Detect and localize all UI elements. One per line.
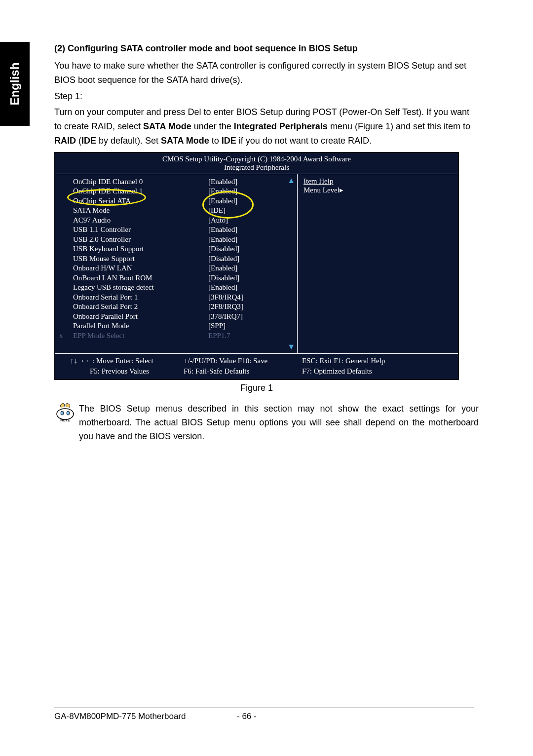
- bios-setting-value: [378/IRQ7]: [208, 312, 297, 322]
- bios-setting-value: [Enabled]: [208, 225, 297, 235]
- bios-setting-label: USB 1.1 Controller: [60, 225, 208, 235]
- bios-setting-value: [Disabled]: [208, 254, 297, 264]
- footer-exit: ESC: Exit F1: General Help: [302, 356, 435, 366]
- text: menu (Figure 1) and set this item to: [328, 121, 470, 131]
- row-disabled-marker: x: [59, 331, 63, 341]
- note-text: The BIOS Setup menus described in this s…: [79, 402, 479, 444]
- bold-text: RAID: [54, 136, 76, 146]
- text: if you do not want to create RAID.: [236, 136, 372, 146]
- paragraph-2: Turn on your computer and press Del to e…: [54, 105, 474, 148]
- scroll-up-icon: ▲: [287, 176, 295, 185]
- bios-setting-value: [SPP]: [208, 321, 297, 331]
- bios-setting-row: USB Mouse Support[Disabled]: [60, 254, 297, 264]
- footer-value: +/-/PU/PD: Value F10: Save: [184, 356, 302, 366]
- page-footer: GA-8VM800PMD-775 Motherboard - 66 -: [54, 712, 474, 721]
- footer-f7: F7: Optimized Defaults: [302, 366, 435, 376]
- bios-setting-row: USB Keyboard Support[Disabled]: [60, 244, 297, 254]
- section-heading: (2) Configuring SATA controller mode and…: [54, 43, 474, 54]
- bios-setting-row: SATA Mode[IDE]: [60, 206, 297, 216]
- bios-setting-value: EPP1.7: [208, 331, 297, 341]
- bios-subtitle: Integrated Peripherals: [55, 163, 458, 174]
- bios-setting-label: AC97 Audio: [60, 216, 208, 226]
- bios-setting-label: USB Keyboard Support: [60, 244, 208, 254]
- scroll-down-icon: ▼: [287, 342, 295, 351]
- bold-text: SATA Mode: [161, 136, 209, 146]
- svg-point-2: [67, 411, 70, 415]
- bios-title: CMOS Setup Utility-Copyright (C) 1984-20…: [55, 153, 458, 163]
- bios-setting-row: OnChip IDE Channel 0[Enabled]: [60, 177, 297, 187]
- bold-text: IDE: [81, 136, 96, 146]
- text: (: [76, 136, 81, 146]
- bold-text: Integrated Peripherals: [234, 121, 328, 131]
- text: to: [209, 136, 222, 146]
- item-help-title: Item Help: [304, 177, 449, 186]
- footer-product: GA-8VM800PMD-775 Motherboard: [54, 712, 186, 721]
- bios-setting-value: [Enabled]: [208, 196, 297, 206]
- menu-level: Menu Level▸: [304, 186, 449, 194]
- bios-setting-label: EPP Mode Select: [60, 331, 208, 341]
- bios-setting-value: [Enabled]: [208, 283, 297, 293]
- footer-divider: [54, 708, 474, 708]
- bios-setting-label: Onboard Parallel Port: [60, 312, 208, 322]
- bios-help-column: Item Help Menu Level▸: [297, 174, 455, 354]
- bios-setting-label: OnChip IDE Channel 0: [60, 177, 208, 187]
- bios-setting-row: Onboard Serial Port 2[2F8/IRQ3]: [60, 302, 297, 312]
- bios-setting-value: [Disabled]: [208, 273, 297, 283]
- bios-setting-label: Onboard H/W LAN: [60, 264, 208, 273]
- bios-setting-row: Onboard Serial Port 1[3F8/IRQ4]: [60, 293, 297, 302]
- bios-setting-label: Parallel Port Mode: [60, 321, 208, 331]
- bios-setting-label: USB 2.0 Controller: [60, 235, 208, 245]
- bios-setting-row: USB 2.0 Controller[Enabled]: [60, 235, 297, 245]
- bios-setting-label: Onboard Serial Port 2: [60, 302, 208, 312]
- bios-setting-label: SATA Mode: [60, 206, 208, 216]
- bios-setting-label: OnBoard LAN Boot ROM: [60, 273, 208, 283]
- bios-setting-label: USB Mouse Support: [60, 254, 208, 264]
- bold-text: IDE: [222, 136, 236, 146]
- bios-setting-value: [Enabled]: [208, 177, 297, 187]
- page-content: (2) Configuring SATA controller mode and…: [54, 43, 474, 443]
- bios-footer: ↑↓→←: Move Enter: Select F5: Previous Va…: [55, 354, 458, 379]
- bios-setting-value: [2F8/IRQ3]: [208, 302, 297, 312]
- bios-setting-label: OnChip Serial ATA: [60, 196, 208, 206]
- bios-setting-row: Legacy USB storage detect[Enabled]: [60, 283, 297, 293]
- bios-setting-label: Legacy USB storage detect: [60, 283, 208, 293]
- bold-text: SATA Mode: [143, 121, 191, 131]
- bios-setting-row: Onboard H/W LAN[Enabled]: [60, 264, 297, 273]
- figure-caption: Figure 1: [54, 383, 459, 393]
- bios-setting-row: xEPP Mode SelectEPP1.7: [60, 331, 297, 341]
- bios-setting-value: [IDE]: [208, 206, 297, 216]
- bios-setting-row: OnChip IDE Channel 1[Enabled]: [60, 187, 297, 196]
- svg-point-0: [57, 409, 74, 419]
- step-label: Step 1:: [54, 89, 474, 104]
- bios-screenshot: CMOS Setup Utility-Copyright (C) 1984-20…: [54, 152, 459, 380]
- bios-setting-row: OnChip Serial ATA[Enabled]: [60, 196, 297, 206]
- bios-body: ▲ ▼ OnChip IDE Channel 0[Enabled]OnChip …: [55, 174, 458, 354]
- svg-point-1: [61, 411, 64, 415]
- text: by default). Set: [96, 136, 161, 146]
- bios-settings-column: ▲ ▼ OnChip IDE Channel 0[Enabled]OnChip …: [55, 174, 297, 354]
- bios-setting-label: OnChip IDE Channel 1: [60, 187, 208, 196]
- footer-f6: F6: Fail-Safe Defaults: [184, 366, 302, 376]
- bios-setting-row: USB 1.1 Controller[Enabled]: [60, 225, 297, 235]
- bios-setting-row: OnBoard LAN Boot ROM[Disabled]: [60, 273, 297, 283]
- footer-page-number: - 66 -: [237, 712, 257, 721]
- footer-move: ↑↓→←: Move Enter: Select: [70, 356, 184, 366]
- note-block: NOTE The BIOS Setup menus described in t…: [54, 402, 479, 444]
- note-label: NOTE: [60, 418, 70, 422]
- footer-f5: F5: Previous Values: [70, 366, 184, 376]
- language-tab-text: English: [8, 63, 22, 106]
- bios-setting-value: [Disabled]: [208, 244, 297, 254]
- bios-setting-value: [Enabled]: [208, 264, 297, 273]
- bios-setting-row: Onboard Parallel Port[378/IRQ7]: [60, 312, 297, 322]
- language-tab: English: [0, 42, 30, 126]
- text: under the: [191, 121, 234, 131]
- bios-setting-label: Onboard Serial Port 1: [60, 293, 208, 302]
- bios-setting-value: [Enabled]: [208, 187, 297, 196]
- bios-setting-row: Parallel Port Mode[SPP]: [60, 321, 297, 331]
- bios-setting-value: [3F8/IRQ4]: [208, 293, 297, 302]
- paragraph-1: You have to make sure whether the SATA c…: [54, 59, 474, 87]
- bios-setting-row: AC97 Audio[Auto]: [60, 216, 297, 226]
- bios-setting-value: [Enabled]: [208, 235, 297, 245]
- bios-setting-value: [Auto]: [208, 216, 297, 226]
- note-icon: NOTE: [54, 402, 76, 422]
